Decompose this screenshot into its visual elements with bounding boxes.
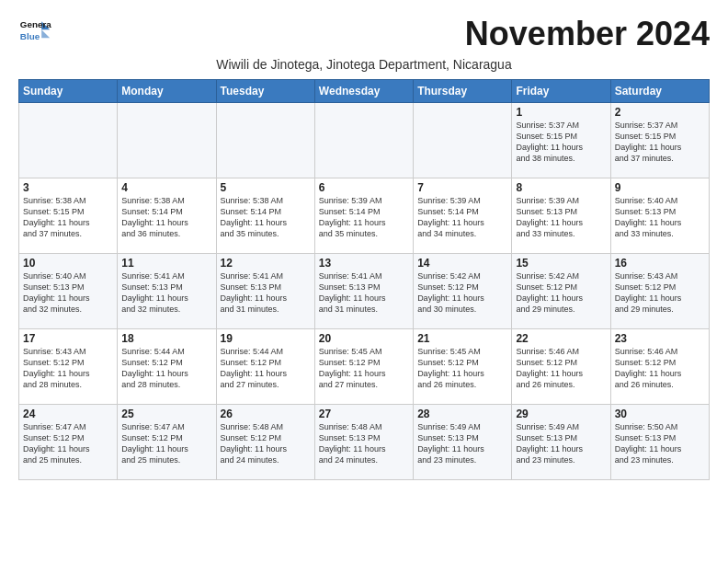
day-number: 10 (23, 257, 113, 270)
day-info: Sunrise: 5:46 AM Sunset: 5:12 PM Dayligh… (516, 346, 606, 391)
day-info: Sunrise: 5:48 AM Sunset: 5:12 PM Dayligh… (221, 421, 311, 466)
day-info: Sunrise: 5:48 AM Sunset: 5:13 PM Dayligh… (319, 421, 409, 466)
calendar-cell: 24Sunrise: 5:47 AM Sunset: 5:12 PM Dayli… (19, 405, 118, 480)
calendar-cell: 8Sunrise: 5:39 AM Sunset: 5:13 PM Daylig… (512, 178, 610, 254)
weekday-header-saturday: Saturday (610, 80, 709, 103)
svg-text:General: General (20, 19, 51, 29)
day-number: 14 (417, 257, 507, 270)
subtitle: Wiwili de Jinotega, Jinotega Department,… (18, 57, 710, 72)
day-info: Sunrise: 5:40 AM Sunset: 5:13 PM Dayligh… (23, 270, 113, 316)
weekday-header-tuesday: Tuesday (216, 80, 314, 103)
day-number: 16 (615, 257, 705, 270)
calendar-cell: 17Sunrise: 5:43 AM Sunset: 5:12 PM Dayli… (19, 329, 118, 405)
day-info: Sunrise: 5:37 AM Sunset: 5:15 PM Dayligh… (615, 120, 705, 165)
calendar-cell: 28Sunrise: 5:49 AM Sunset: 5:13 PM Dayli… (414, 405, 512, 480)
day-info: Sunrise: 5:41 AM Sunset: 5:13 PM Dayligh… (319, 270, 409, 316)
weekday-header-wednesday: Wednesday (314, 80, 413, 103)
calendar-cell (216, 103, 314, 178)
calendar-cell: 18Sunrise: 5:44 AM Sunset: 5:12 PM Dayli… (118, 329, 216, 405)
day-info: Sunrise: 5:49 AM Sunset: 5:13 PM Dayligh… (417, 421, 507, 466)
day-info: Sunrise: 5:49 AM Sunset: 5:13 PM Dayligh… (516, 421, 606, 466)
day-number: 28 (417, 408, 507, 420)
calendar-cell: 14Sunrise: 5:42 AM Sunset: 5:12 PM Dayli… (414, 254, 512, 329)
calendar-cell: 16Sunrise: 5:43 AM Sunset: 5:12 PM Dayli… (610, 254, 709, 329)
day-number: 19 (221, 332, 311, 345)
day-info: Sunrise: 5:37 AM Sunset: 5:15 PM Dayligh… (516, 120, 606, 165)
day-number: 5 (221, 181, 311, 194)
day-number: 7 (417, 181, 507, 194)
calendar-body: 1Sunrise: 5:37 AM Sunset: 5:15 PM Daylig… (19, 103, 710, 480)
weekday-header-thursday: Thursday (414, 80, 512, 103)
calendar-cell (414, 103, 512, 178)
calendar-cell: 5Sunrise: 5:38 AM Sunset: 5:14 PM Daylig… (216, 178, 314, 254)
calendar-cell: 1Sunrise: 5:37 AM Sunset: 5:15 PM Daylig… (512, 103, 610, 178)
day-number: 6 (319, 181, 409, 194)
day-info: Sunrise: 5:38 AM Sunset: 5:14 PM Dayligh… (121, 195, 211, 240)
calendar-cell (314, 103, 413, 178)
day-number: 27 (319, 408, 409, 420)
header-row: General Blue November 2024 (18, 15, 710, 53)
calendar-cell: 12Sunrise: 5:41 AM Sunset: 5:13 PM Dayli… (216, 254, 314, 329)
day-number: 13 (319, 257, 409, 270)
day-info: Sunrise: 5:40 AM Sunset: 5:13 PM Dayligh… (615, 195, 705, 240)
day-number: 3 (23, 181, 113, 194)
day-number: 12 (221, 257, 311, 270)
day-number: 20 (319, 332, 409, 345)
calendar-cell: 29Sunrise: 5:49 AM Sunset: 5:13 PM Dayli… (512, 405, 610, 480)
day-info: Sunrise: 5:42 AM Sunset: 5:12 PM Dayligh… (417, 270, 507, 316)
day-info: Sunrise: 5:47 AM Sunset: 5:12 PM Dayligh… (23, 421, 113, 466)
day-info: Sunrise: 5:38 AM Sunset: 5:14 PM Dayligh… (221, 195, 311, 240)
day-info: Sunrise: 5:41 AM Sunset: 5:13 PM Dayligh… (121, 270, 211, 316)
logo: General Blue (18, 15, 51, 48)
day-number: 2 (615, 106, 705, 119)
calendar-cell: 25Sunrise: 5:47 AM Sunset: 5:12 PM Dayli… (118, 405, 216, 480)
calendar-cell: 11Sunrise: 5:41 AM Sunset: 5:13 PM Dayli… (118, 254, 216, 329)
day-number: 11 (121, 257, 211, 270)
calendar-cell: 4Sunrise: 5:38 AM Sunset: 5:14 PM Daylig… (118, 178, 216, 254)
calendar-cell: 27Sunrise: 5:48 AM Sunset: 5:13 PM Dayli… (314, 405, 413, 480)
day-number: 25 (121, 408, 211, 420)
calendar-cell: 13Sunrise: 5:41 AM Sunset: 5:13 PM Dayli… (314, 254, 413, 329)
day-info: Sunrise: 5:45 AM Sunset: 5:12 PM Dayligh… (417, 346, 507, 391)
day-info: Sunrise: 5:42 AM Sunset: 5:12 PM Dayligh… (516, 270, 606, 316)
day-info: Sunrise: 5:45 AM Sunset: 5:12 PM Dayligh… (319, 346, 409, 391)
svg-text:Blue: Blue (20, 31, 40, 41)
day-number: 24 (23, 408, 113, 420)
day-number: 17 (23, 332, 113, 345)
calendar-cell: 2Sunrise: 5:37 AM Sunset: 5:15 PM Daylig… (610, 103, 709, 178)
day-number: 9 (615, 181, 705, 194)
calendar-week-5: 24Sunrise: 5:47 AM Sunset: 5:12 PM Dayli… (19, 405, 710, 480)
day-number: 1 (516, 106, 606, 119)
calendar-cell: 15Sunrise: 5:42 AM Sunset: 5:12 PM Dayli… (512, 254, 610, 329)
weekday-header-sunday: Sunday (19, 80, 118, 103)
calendar-cell: 3Sunrise: 5:38 AM Sunset: 5:15 PM Daylig… (19, 178, 118, 254)
calendar-cell: 10Sunrise: 5:40 AM Sunset: 5:13 PM Dayli… (19, 254, 118, 329)
day-info: Sunrise: 5:39 AM Sunset: 5:14 PM Dayligh… (319, 195, 409, 240)
calendar-cell: 7Sunrise: 5:39 AM Sunset: 5:14 PM Daylig… (414, 178, 512, 254)
calendar-cell: 9Sunrise: 5:40 AM Sunset: 5:13 PM Daylig… (610, 178, 709, 254)
calendar-week-1: 1Sunrise: 5:37 AM Sunset: 5:15 PM Daylig… (19, 103, 710, 178)
calendar-cell: 19Sunrise: 5:44 AM Sunset: 5:12 PM Dayli… (216, 329, 314, 405)
day-info: Sunrise: 5:50 AM Sunset: 5:13 PM Dayligh… (615, 421, 705, 466)
day-info: Sunrise: 5:43 AM Sunset: 5:12 PM Dayligh… (23, 346, 113, 391)
day-info: Sunrise: 5:44 AM Sunset: 5:12 PM Dayligh… (221, 346, 311, 391)
calendar-cell: 23Sunrise: 5:46 AM Sunset: 5:12 PM Dayli… (610, 329, 709, 405)
day-info: Sunrise: 5:38 AM Sunset: 5:15 PM Dayligh… (23, 195, 113, 240)
weekday-row: SundayMondayTuesdayWednesdayThursdayFrid… (19, 80, 710, 103)
day-info: Sunrise: 5:44 AM Sunset: 5:12 PM Dayligh… (121, 346, 211, 391)
month-title: November 2024 (465, 15, 710, 53)
logo-icon: General Blue (18, 15, 51, 48)
day-number: 18 (121, 332, 211, 345)
day-info: Sunrise: 5:39 AM Sunset: 5:14 PM Dayligh… (417, 195, 507, 240)
day-info: Sunrise: 5:39 AM Sunset: 5:13 PM Dayligh… (516, 195, 606, 240)
day-number: 30 (615, 408, 705, 420)
day-number: 4 (121, 181, 211, 194)
calendar-cell: 21Sunrise: 5:45 AM Sunset: 5:12 PM Dayli… (414, 329, 512, 405)
day-number: 23 (615, 332, 705, 345)
day-info: Sunrise: 5:46 AM Sunset: 5:12 PM Dayligh… (615, 346, 705, 391)
calendar-week-3: 10Sunrise: 5:40 AM Sunset: 5:13 PM Dayli… (19, 254, 710, 329)
calendar-week-2: 3Sunrise: 5:38 AM Sunset: 5:15 PM Daylig… (19, 178, 710, 254)
page-container: General Blue November 2024 Wiwili de Jin… (0, 0, 728, 489)
day-number: 26 (221, 408, 311, 420)
calendar-cell: 22Sunrise: 5:46 AM Sunset: 5:12 PM Dayli… (512, 329, 610, 405)
